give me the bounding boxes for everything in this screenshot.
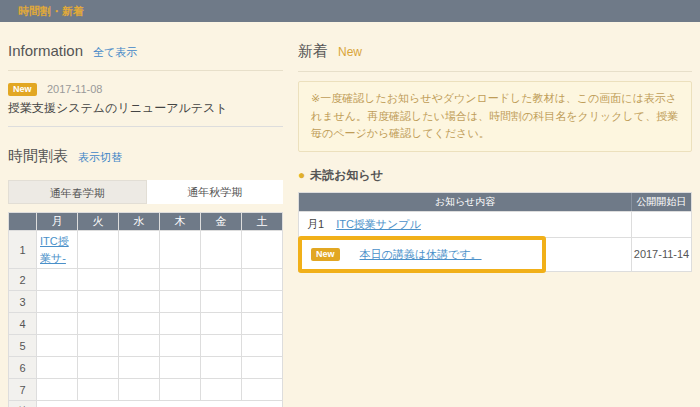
- news-title: 新着: [298, 42, 328, 61]
- timetable-row-6: 6: [9, 357, 283, 379]
- slot-sat-1: [242, 231, 283, 269]
- new-badge: New: [8, 83, 37, 96]
- timetable-row-5: 5: [9, 335, 283, 357]
- header-date-column: 公開開始日: [631, 193, 691, 211]
- row-date: 2017-11-14: [631, 238, 691, 271]
- notice-box: ※一度確認したお知らせやダウンロードした教材は、この画面には表示されません。再度…: [298, 81, 692, 152]
- period-label-other: 他: [9, 401, 37, 407]
- tab-spring-semester[interactable]: 通年春学期: [8, 180, 147, 204]
- timetable-day-header: 月 火 水 木 金 土: [9, 213, 283, 231]
- day-header-sat: 土: [242, 213, 283, 231]
- period-label-7: 7: [9, 379, 37, 401]
- slot-other: ITC授業サンプル: [37, 401, 283, 407]
- tab-autumn-semester[interactable]: 通年秋学期: [147, 180, 284, 204]
- table-row: New 本日の講義は休講です。 2017-11-14: [299, 237, 691, 271]
- left-column: Information 全て表示 New 2017-11-08 授業支援システム…: [8, 22, 283, 407]
- top-bar: 時間割・新着: [0, 0, 700, 22]
- unread-title-text: 未読お知らせ: [310, 168, 383, 182]
- announcements-table-header: お知らせ内容 公開開始日: [299, 193, 691, 211]
- page-title: 時間割・新着: [18, 5, 84, 17]
- course-link-mon-1[interactable]: ITC授業サ‐: [37, 231, 77, 268]
- day-header-mon: 月: [37, 213, 78, 231]
- announcement-link-cancellation[interactable]: 本日の講義は休講です。: [360, 247, 482, 262]
- timetable-row-other: 他 ITC授業サンプル: [9, 401, 283, 407]
- slot-fri-1: [201, 231, 242, 269]
- day-header-tue: 火: [78, 213, 119, 231]
- timetable-header: 時間割表 表示切替: [8, 147, 283, 166]
- period-label-3: 3: [9, 291, 37, 313]
- period-label-1: 1: [9, 231, 37, 269]
- header-content-column: お知らせ内容: [299, 195, 631, 209]
- timetable-corner-cell: [9, 213, 37, 231]
- period-label-6: 6: [9, 357, 37, 379]
- row-prefix: 月1: [307, 217, 324, 232]
- row-date: [631, 212, 691, 237]
- timetable-grid: 月 火 水 木 金 土 1 ITC授業サ‐ 2 3 4: [8, 212, 283, 407]
- day-header-fri: 金: [201, 213, 242, 231]
- slot-thu-1: [160, 231, 201, 269]
- day-header-wed: 水: [119, 213, 160, 231]
- announcements-table: お知らせ内容 公開開始日 月1 ITC授業サンプル New 本日の講義は休講です…: [298, 192, 692, 272]
- show-all-link[interactable]: 全て表示: [93, 45, 137, 60]
- day-header-thu: 木: [160, 213, 201, 231]
- right-column: 新着 New ※一度確認したお知らせやダウンロードした教材は、この画面には表示さ…: [298, 22, 692, 272]
- news-subtitle: New: [338, 45, 362, 59]
- period-label-5: 5: [9, 335, 37, 357]
- news-header: 新着 New: [298, 42, 692, 72]
- timetable-row-7: 7: [9, 379, 283, 401]
- slot-mon-1: ITC授業サ‐: [37, 231, 78, 269]
- timetable-row-4: 4: [9, 313, 283, 335]
- information-date: 2017-11-08: [47, 83, 102, 95]
- display-toggle-link[interactable]: 表示切替: [78, 150, 122, 165]
- announcement-link-course[interactable]: ITC授業サンプル: [336, 217, 421, 232]
- information-header: Information 全て表示: [8, 42, 283, 71]
- table-row: 月1 ITC授業サンプル: [299, 211, 691, 237]
- slot-wed-1: [119, 231, 160, 269]
- semester-tabs: 通年春学期 通年秋学期: [8, 180, 283, 204]
- slot-tue-1: [78, 231, 119, 269]
- unread-bullet-icon: ●: [298, 168, 305, 182]
- timetable-row-2: 2: [9, 269, 283, 291]
- information-text: 授業支援システムのリニューアルテスト: [8, 100, 283, 117]
- period-label-4: 4: [9, 313, 37, 335]
- timetable-title: 時間割表: [8, 147, 68, 166]
- new-badge: New: [311, 248, 340, 261]
- unread-section-title: ●未読お知らせ: [298, 167, 692, 184]
- information-item: New 2017-11-08 授業支援システムのリニューアルテスト: [8, 71, 283, 127]
- period-label-2: 2: [9, 269, 37, 291]
- timetable-row-1: 1 ITC授業サ‐: [9, 231, 283, 269]
- information-title: Information: [8, 42, 83, 59]
- timetable-row-3: 3: [9, 291, 283, 313]
